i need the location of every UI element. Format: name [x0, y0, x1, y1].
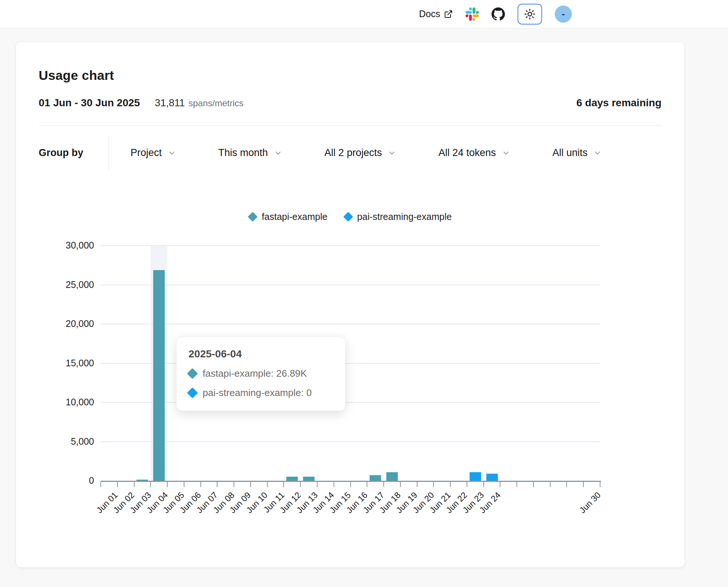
gridline [101, 285, 600, 285]
units-select[interactable]: All units [553, 147, 602, 159]
tooltip-row: pai-streaming-example: 0 [189, 387, 332, 399]
x-tick [184, 482, 184, 487]
x-tick [200, 482, 201, 487]
x-tick [334, 482, 334, 487]
bar-jun-13[interactable] [303, 477, 315, 481]
tokens-select-value: All 24 tokens [438, 147, 496, 159]
x-tick [267, 482, 268, 487]
gridline [101, 245, 600, 246]
legend-item-fastapi-example[interactable]: fastapi-example [249, 211, 327, 222]
x-tick [134, 482, 135, 487]
x-tick [583, 482, 584, 487]
tooltip-row-text: fastapi-example: 26.89K [203, 368, 307, 379]
x-tick [383, 482, 384, 487]
x-tick [566, 482, 567, 487]
y-tick-label: 25,000 [66, 279, 94, 290]
bar-jun-12[interactable] [286, 477, 298, 481]
y-tick-label: 20,000 [66, 318, 94, 329]
x-tick [167, 482, 168, 487]
sun-icon [524, 9, 535, 20]
github-icon [492, 7, 505, 21]
group-by-label: Group by [39, 147, 83, 159]
chevron-down-icon [168, 149, 176, 157]
usage-total: 31,811 [155, 97, 185, 109]
gridline [101, 363, 600, 364]
slack-icon [466, 7, 479, 21]
x-axis: Jun 01Jun 02Jun 03Jun 04Jun 05Jun 06Jun … [101, 481, 601, 540]
series-diamond-icon [187, 368, 198, 379]
slack-button[interactable] [466, 7, 479, 21]
bar-jun-04[interactable] [153, 270, 165, 481]
series-diamond-icon [248, 212, 258, 222]
x-tick [317, 482, 318, 487]
bar-jun-24[interactable] [486, 474, 498, 481]
date-range: 01 Jun - 30 Jun 2025 [39, 97, 140, 109]
chevron-down-icon [274, 149, 282, 157]
x-tick [283, 482, 284, 487]
x-tick [150, 482, 151, 487]
x-tick [400, 482, 401, 487]
usage-unit: spans/metrics [189, 98, 244, 108]
x-tick [417, 482, 418, 487]
legend-item-pai-streaming-example[interactable]: pai-streaming-example [345, 211, 452, 222]
x-tick [233, 482, 234, 487]
vertical-divider [109, 135, 109, 171]
x-tick [367, 482, 367, 487]
filter-row: Group by Project This month All 2 projec… [39, 135, 661, 171]
x-tick [117, 482, 118, 487]
x-tick [450, 482, 451, 487]
group-by-select-value: Project [131, 147, 162, 159]
plot-area [101, 246, 600, 481]
tooltip-row: fastapi-example: 26.89K [189, 368, 332, 379]
x-tick [516, 482, 517, 487]
x-tick [250, 482, 251, 487]
legend-label: pai-streaming-example [357, 211, 452, 222]
tooltip-row-text: pai-streaming-example: 0 [203, 387, 312, 399]
days-remaining: 6 days remaining [576, 97, 661, 109]
main-content: Usage chart 01 Jun - 30 Jun 2025 31,811 … [0, 42, 728, 568]
group-by-select[interactable]: Project [131, 147, 176, 159]
x-tick [550, 482, 551, 487]
chevron-down-icon [388, 149, 396, 157]
tokens-select[interactable]: All 24 tokens [438, 147, 510, 159]
legend-label: fastapi-example [262, 211, 327, 222]
series-diamond-icon [343, 212, 353, 222]
projects-select[interactable]: All 2 projects [325, 147, 396, 159]
theme-toggle-button[interactable] [518, 4, 542, 25]
x-tick [350, 482, 351, 487]
chevron-down-icon [593, 149, 602, 157]
y-tick-label: 0 [89, 475, 94, 486]
bar-jun-23[interactable] [470, 472, 481, 481]
tooltip-date: 2025-06-04 [189, 348, 332, 360]
chart-tooltip: 2025-06-04 fastapi-example: 26.89K pai-s… [176, 337, 345, 411]
x-tick-label: Jun 30 [577, 490, 603, 515]
x-tick [217, 482, 218, 487]
github-button[interactable] [492, 7, 505, 21]
page-title: Usage chart [39, 68, 661, 83]
y-tick-label: 10,000 [66, 397, 94, 408]
y-axis: 05,00010,00015,00020,00025,00030,000 [16, 202, 94, 568]
docs-link-label: Docs [419, 9, 440, 19]
topbar: Docs - [0, 0, 728, 28]
avatar[interactable]: - [555, 6, 572, 23]
gridline [101, 324, 600, 324]
x-tick [300, 482, 301, 487]
x-tick [483, 482, 484, 487]
period-select[interactable]: This month [218, 147, 282, 159]
gridline [101, 441, 600, 442]
usage-chart: fastapi-example pai-streaming-example 05… [16, 202, 684, 568]
chart-legend: fastapi-example pai-streaming-example [101, 211, 600, 222]
bar-jun-18[interactable] [386, 472, 398, 481]
docs-link[interactable]: Docs [419, 9, 453, 19]
bar-jun-17[interactable] [370, 475, 381, 481]
y-tick-label: 5,000 [71, 436, 94, 447]
x-tick [433, 482, 434, 487]
y-tick-label: 15,000 [66, 358, 94, 369]
chevron-down-icon [502, 149, 510, 157]
series-diamond-icon [187, 387, 198, 399]
x-tick [600, 482, 600, 487]
external-link-icon [444, 10, 453, 19]
section-divider [39, 125, 661, 126]
usage-card: Usage chart 01 Jun - 30 Jun 2025 31,811 … [16, 42, 685, 568]
x-tick [533, 482, 534, 487]
